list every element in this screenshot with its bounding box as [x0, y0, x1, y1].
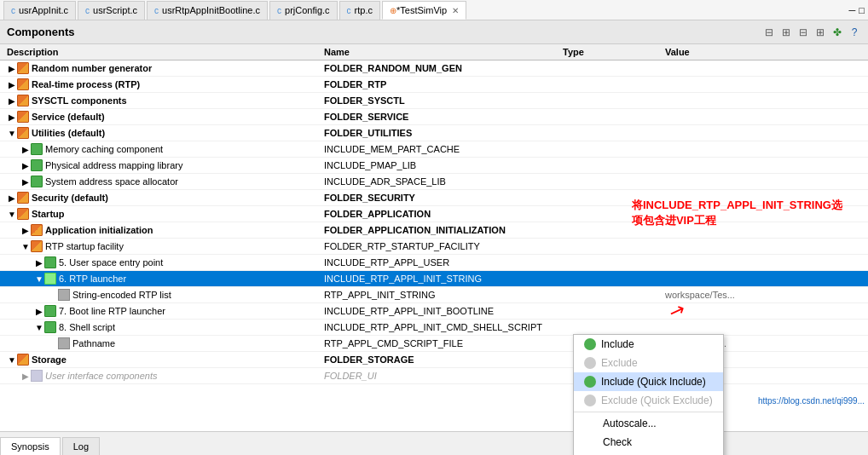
menu-item-include[interactable]: Include	[574, 335, 723, 354]
expand-icon[interactable]: ⊞	[813, 26, 827, 39]
expand-arrow[interactable]: ▶	[7, 112, 17, 122]
tab-synopsis[interactable]: Synopsis	[0, 437, 61, 455]
tab-rtp[interactable]: c rtp.c	[339, 1, 380, 20]
close-tab-icon[interactable]: ✕	[452, 6, 459, 15]
maximize-icon[interactable]: □	[859, 5, 865, 15]
tree-name-cell: FOLDER_SERVICE	[324, 112, 563, 122]
menu-item-quick-include[interactable]: Include (Quick Include)	[574, 372, 723, 391]
expand-arrow[interactable]: ▶	[34, 258, 44, 268]
tree-row[interactable]: ▶ Physical address mapping library INCLU…	[0, 158, 868, 174]
expand-arrow[interactable]: ▼	[20, 242, 31, 251]
tree-row[interactable]: ▶ 5. User space entry point INCLUDE_RTP_…	[0, 255, 868, 271]
tree-row[interactable]: ▶ System address space allocator INCLUDE…	[0, 174, 868, 190]
c-file-icon4: c	[277, 6, 281, 15]
tree-row[interactable]: ▶ Real-time process (RTP) FOLDER_RTP	[0, 77, 868, 93]
tab-usrRtpAppInitBootline[interactable]: c usrRtpAppInitBootline.c	[147, 1, 268, 20]
folder-icon	[31, 240, 43, 252]
tree-label: RTP startup facility	[45, 241, 124, 251]
main-area: Description Name Type Value ▶ Random num…	[0, 44, 868, 431]
collapse-icon[interactable]: ⊟	[796, 26, 810, 39]
tab-usrAppInit[interactable]: c usrAppInit.c	[3, 1, 76, 20]
expand-arrow[interactable]: ▶	[20, 177, 31, 187]
param-icon	[58, 289, 70, 301]
tab-testSimVip[interactable]: ⊕ *TestSimVip ✕	[382, 1, 466, 20]
menu-item-check[interactable]: Check	[574, 433, 723, 452]
tab-prjConfig[interactable]: c prjConfig.c	[269, 1, 338, 20]
add-icon[interactable]: ✤	[830, 26, 844, 39]
tree-row[interactable]: ▼ RTP startup facility FOLDER_RTP_STARTU…	[0, 239, 868, 255]
tree-label: 8. Shell script	[59, 322, 115, 332]
tree-name-cell: INCLUDE_RTP_APPL_INIT_CMD_SHELL_SCRIPT	[324, 322, 563, 332]
tree-label: System address space allocator	[45, 176, 178, 187]
tree-row[interactable]: Pathname RTP_APPL_CMD_SCRIPT_FILE rkspac…	[0, 336, 868, 352]
tree-row[interactable]: ▼ Startup FOLDER_APPLICATION	[0, 206, 868, 222]
expand-arrow[interactable]: ▶	[7, 96, 17, 106]
folder-icon	[31, 224, 43, 236]
expand-arrow[interactable]: ▶	[7, 64, 17, 73]
expand-arrow[interactable]: ▼	[7, 210, 17, 219]
tree-label: String-encoded RTP list	[72, 290, 171, 300]
tree-row-selected[interactable]: ▼ 6. RTP launcher INCLUDE_RTP_APPL_INIT_…	[0, 271, 868, 287]
header-icons: ⊟ ⊞ ⊟ ⊞ ✤ ?	[762, 26, 861, 39]
bottom-area: Synopsis Log	[0, 431, 868, 455]
expand-arrow[interactable]: ▼	[7, 355, 17, 365]
tab-usrScript[interactable]: c usrScript.c	[78, 1, 145, 20]
tree-row[interactable]: ▶ SYSCTL components FOLDER_SYSCTL	[0, 93, 868, 109]
c-file-icon3: c	[154, 6, 159, 15]
tree-name-cell: INCLUDE_RTP_APPL_INIT_BOOTLINE	[324, 306, 563, 316]
tree-row[interactable]: ▼ Storage FOLDER_STORAGE	[0, 352, 868, 368]
vip-file-icon: ⊕	[390, 6, 396, 15]
param-icon	[58, 337, 70, 349]
folder-icon	[17, 95, 29, 107]
tree-label: Application initialization	[45, 225, 153, 235]
tree-label: Service (default)	[32, 112, 105, 122]
tree-row[interactable]: String-encoded RTP list RTP_APPL_INIT_ST…	[0, 287, 868, 303]
minimize-icon[interactable]: ─	[849, 5, 856, 15]
include-icon	[31, 176, 43, 187]
expand-arrow[interactable]: ▶	[7, 193, 17, 203]
expand-arrow[interactable]: ▶	[20, 226, 31, 235]
tree-row[interactable]: ▶ 7. Boot line RTP launcher INCLUDE_RTP_…	[0, 303, 868, 320]
tree-area[interactable]: ▶ Random number generator FOLDER_RANDOM_…	[0, 60, 868, 431]
folder-icon	[31, 370, 43, 382]
components-title: Components	[7, 26, 74, 38]
tree-label: Storage	[32, 354, 67, 365]
menu-item-quick-exclude: Exclude (Quick Exclude)	[574, 391, 723, 410]
expand-arrow[interactable]: ▶	[7, 80, 17, 89]
tab-bar-right-icons: ─ □	[849, 5, 865, 15]
tree-name-cell: INCLUDE_MEM_PART_CACHE	[324, 144, 563, 154]
help-icon[interactable]: ?	[848, 26, 861, 39]
expand-all-icon[interactable]: ⊞	[779, 26, 793, 39]
tree-label: SYSCTL components	[32, 95, 127, 106]
tree-row[interactable]: ▶ Random number generator FOLDER_RANDOM_…	[0, 60, 868, 77]
menu-item-autoscale[interactable]: Autoscale...	[574, 414, 723, 433]
expand-arrow[interactable]: ▶	[34, 307, 44, 316]
tree-row[interactable]: ▼ Utilities (default) FOLDER_UTILITIES	[0, 125, 868, 141]
expand-arrow[interactable]: ▶	[20, 371, 31, 381]
expand-arrow[interactable]: ▶	[20, 145, 31, 154]
expand-arrow[interactable]: ▶	[20, 161, 31, 170]
expand-arrow[interactable]: ▼	[7, 129, 17, 138]
folder-icon	[17, 62, 29, 74]
quick-exclude-icon	[584, 395, 596, 406]
tree-label: 6. RTP launcher	[59, 274, 126, 284]
expand-arrow[interactable]: ▼	[34, 274, 44, 284]
col-type-header: Type	[563, 47, 665, 57]
tree-row[interactable]: ▶ Security (default) FOLDER_SECURITY	[0, 190, 868, 206]
tree-name-cell: FOLDER_UTILITIES	[324, 128, 563, 138]
menu-item-save[interactable]: Save	[574, 452, 723, 455]
tree-name-cell: RTP_APPL_CMD_SCRIPT_FILE	[324, 338, 563, 348]
tree-row[interactable]: ▼ 8. Shell script INCLUDE_RTP_APPL_INIT_…	[0, 320, 868, 336]
tree-row[interactable]: ▶ Application initialization FOLDER_APPL…	[0, 222, 868, 239]
expand-arrow[interactable]: ▼	[34, 323, 44, 332]
folder-icon	[17, 111, 29, 123]
tree-label: Utilities (default)	[32, 128, 105, 138]
tree-row[interactable]: ▶ Memory caching component INCLUDE_MEM_P…	[0, 141, 868, 158]
tree-name-cell: FOLDER_UI	[324, 371, 563, 381]
tree-row[interactable]: ▶ User interface components FOLDER_UI	[0, 368, 868, 384]
folder-icon	[17, 127, 29, 139]
tree-name-cell: FOLDER_RANDOM_NUM_GEN	[324, 63, 563, 73]
collapse-all-icon[interactable]: ⊟	[762, 26, 776, 39]
tab-log[interactable]: Log	[62, 437, 100, 455]
tree-row[interactable]: ▶ Service (default) FOLDER_SERVICE	[0, 109, 868, 125]
